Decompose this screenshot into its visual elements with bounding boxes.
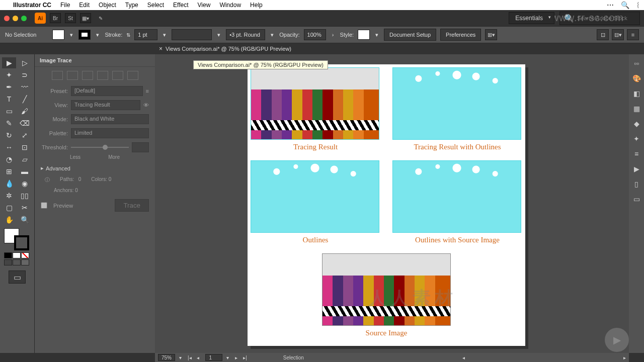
color-mode-icon[interactable]: [4, 252, 12, 258]
gradient-tool[interactable]: ▬: [18, 166, 32, 177]
first-artboard-button[interactable]: |◂: [186, 355, 194, 360]
menu-type[interactable]: Type: [125, 2, 138, 9]
rotate-tool[interactable]: ↻: [2, 130, 16, 141]
stroke-panel-icon[interactable]: ≡: [631, 149, 641, 159]
stock-button[interactable]: St: [65, 13, 76, 23]
bridge-button[interactable]: Br: [50, 13, 61, 23]
menu-view[interactable]: View: [198, 2, 211, 9]
fill-dropdown-icon[interactable]: ▾: [68, 32, 74, 38]
wifi-icon[interactable]: ⧙: [636, 1, 640, 9]
menu-effect[interactable]: Effect: [173, 2, 188, 9]
play-panel-icon[interactable]: ▶: [631, 164, 641, 174]
app-name[interactable]: Illustrator CC: [13, 2, 51, 9]
column-graph-tool[interactable]: ▯▯: [18, 190, 32, 201]
none-mode-icon[interactable]: [21, 252, 29, 258]
close-tab-button[interactable]: ×: [159, 45, 163, 52]
menu-window[interactable]: Window: [219, 2, 241, 9]
artboards-icon[interactable]: ▭: [631, 194, 641, 204]
eyedropper-tool[interactable]: 💧: [2, 178, 16, 189]
preset-menu-icon[interactable]: ≡: [146, 88, 149, 94]
free-transform-tool[interactable]: ⊡: [18, 142, 32, 153]
line-tool[interactable]: ╱: [18, 94, 32, 105]
style-swatch[interactable]: [358, 30, 370, 40]
preset-low-icon[interactable]: [82, 71, 93, 80]
selection-tool[interactable]: ▶: [2, 57, 16, 68]
spotlight-icon[interactable]: 🔍: [621, 1, 629, 9]
mode-dropdown[interactable]: Black and White: [71, 114, 149, 124]
last-artboard-button[interactable]: ▸|: [241, 355, 249, 360]
type-tool[interactable]: T: [2, 94, 16, 105]
magic-wand-tool[interactable]: ✦: [2, 69, 16, 80]
prev-artboard-button[interactable]: ◂: [195, 355, 201, 360]
draw-inside-icon[interactable]: [21, 259, 29, 265]
transform-panel-icon[interactable]: ⊡: [597, 29, 609, 40]
preferences-button[interactable]: Preferences: [440, 29, 481, 41]
swatches-icon[interactable]: ▦: [631, 104, 641, 114]
panel-menu-icon[interactable]: ≡: [627, 29, 639, 40]
opacity-field[interactable]: 100%: [304, 29, 326, 40]
scale-tool[interactable]: ⤢: [18, 130, 32, 141]
workspace-switcher[interactable]: Essentials: [509, 12, 554, 24]
stroke-dropdown-icon[interactable]: ▾: [95, 32, 101, 38]
arrange-docs-button[interactable]: ▦▾: [80, 13, 91, 23]
preset-auto-icon[interactable]: [52, 71, 63, 80]
document-setup-button[interactable]: Document Setup: [384, 29, 436, 41]
document-tab[interactable]: Views Comparison.ai* @ 75% (RGB/GPU Prev…: [166, 46, 291, 52]
preset-6color-icon[interactable]: [112, 71, 123, 80]
isolate-mode-icon[interactable]: ⊟▾: [612, 29, 624, 40]
zoom-level[interactable]: 75%: [158, 354, 175, 361]
style-dropdown-icon[interactable]: ▾: [374, 32, 380, 38]
draw-normal-icon[interactable]: [4, 259, 12, 265]
shape-builder-tool[interactable]: ◔: [2, 154, 16, 165]
menu-file[interactable]: File: [60, 2, 70, 9]
gradient-mode-icon[interactable]: [13, 252, 21, 258]
stroke-weight-field[interactable]: 1 pt: [134, 29, 157, 40]
brushes-icon[interactable]: ◆: [631, 119, 641, 129]
scroll-left-icon[interactable]: ◂: [462, 355, 465, 360]
threshold-value[interactable]: [132, 142, 149, 152]
curvature-tool[interactable]: 〰: [18, 81, 32, 93]
direct-selection-tool[interactable]: ▷: [18, 57, 32, 68]
lasso-tool[interactable]: ⊃: [18, 69, 32, 80]
fill-stroke-control[interactable]: [2, 228, 32, 250]
hand-tool[interactable]: ✋: [2, 214, 16, 225]
trace-button[interactable]: Trace: [115, 199, 149, 212]
zoom-dropdown-icon[interactable]: ▾: [179, 355, 182, 360]
color-guide-icon[interactable]: ◧: [631, 88, 641, 99]
artboard-number[interactable]: 1: [205, 354, 222, 361]
draw-behind-icon[interactable]: [13, 259, 21, 265]
menuextra-icon[interactable]: ⋯: [607, 1, 614, 9]
close-window-button[interactable]: [4, 16, 10, 21]
libraries-icon[interactable]: ▫▫: [631, 58, 641, 68]
video-play-button[interactable]: ▶: [605, 328, 629, 352]
canvas-area[interactable]: Views Comparison.ai* @ 75% (RGB/GPU Prev…: [155, 54, 644, 353]
view-eye-icon[interactable]: 👁: [143, 102, 149, 108]
stroke-weight-dropdown-icon[interactable]: ▾: [162, 32, 168, 38]
menu-select[interactable]: Select: [147, 2, 164, 9]
align-button[interactable]: ⊞▾: [485, 29, 497, 40]
blend-tool[interactable]: ◉: [18, 178, 32, 189]
menu-object[interactable]: Object: [99, 2, 116, 9]
threshold-slider[interactable]: [71, 147, 129, 148]
layers-icon[interactable]: ▯: [631, 179, 641, 189]
shaper-tool[interactable]: ✎: [2, 118, 16, 129]
paintbrush-tool[interactable]: 🖌: [18, 106, 32, 117]
stroke-swatch[interactable]: [78, 30, 91, 40]
variable-width-profile[interactable]: [172, 29, 212, 40]
symbol-sprayer-tool[interactable]: ✲: [2, 190, 16, 201]
screen-mode-button[interactable]: ▭: [9, 270, 26, 284]
width-tool[interactable]: ↔: [2, 142, 16, 153]
preset-dropdown[interactable]: [Default]: [71, 86, 143, 96]
menu-edit[interactable]: Edit: [79, 2, 90, 9]
preset-3color-icon[interactable]: [97, 71, 108, 80]
preview-checkbox[interactable]: [41, 202, 47, 209]
gpu-icon[interactable]: ✎: [95, 13, 106, 23]
brush-dropdown-icon[interactable]: ▾: [269, 32, 275, 38]
preset-high-icon[interactable]: [67, 71, 78, 80]
next-artboard-button[interactable]: ▸: [233, 355, 239, 360]
opacity-dropdown-icon[interactable]: ›: [330, 32, 336, 38]
fill-swatch[interactable]: [52, 30, 64, 40]
zoom-tool[interactable]: 🔍: [18, 214, 32, 225]
perspective-tool[interactable]: ▱: [18, 154, 32, 165]
menu-help[interactable]: Help: [250, 2, 263, 9]
